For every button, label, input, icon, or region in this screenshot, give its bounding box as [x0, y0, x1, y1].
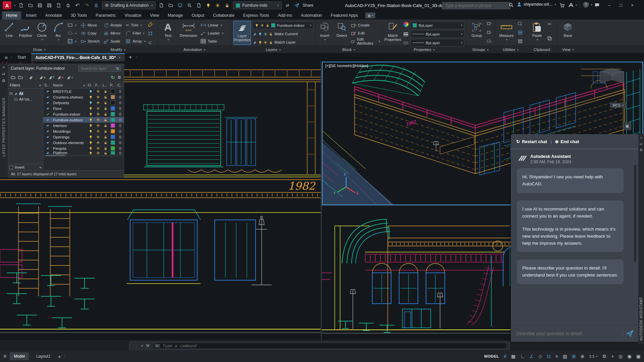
layer-swap-icon[interactable]: ⇄	[284, 2, 291, 9]
layer-search-input[interactable]	[80, 66, 116, 71]
new-file-icon[interactable]	[17, 2, 25, 9]
tab-automation[interactable]: Automation	[297, 11, 326, 19]
share-label[interactable]: Share	[303, 3, 313, 8]
set-current-layer-icon[interactable]: ✓	[66, 75, 74, 80]
lineweight-dropdown[interactable]: ByLayer▾	[411, 30, 464, 38]
minimize-button[interactable]: –	[604, 1, 615, 9]
paste-special-icon[interactable]	[518, 31, 523, 35]
trim-button[interactable]: ✂Trim▾	[126, 21, 146, 29]
layer-row-platform[interactable]: Platform	[43, 151, 124, 155]
lineweight-icon[interactable]	[403, 32, 409, 36]
command-input[interactable]	[162, 343, 504, 349]
layer-row-pergola[interactable]: Pergola	[43, 145, 124, 151]
layer-states-icon[interactable]	[29, 75, 33, 80]
fillet-button[interactable]: Fillet▾	[126, 29, 146, 37]
edit-block-button[interactable]: Edit	[351, 29, 380, 37]
help-menu[interactable]: ? ▾	[583, 2, 592, 8]
cut-icon[interactable]: ✂	[548, 22, 551, 26]
lineweight-display-icon[interactable]: ≡	[555, 354, 558, 359]
dynamic-input-icon[interactable]: ⊕	[581, 354, 585, 359]
linear-button[interactable]: Linear▾	[201, 21, 229, 29]
filter-tree-all-used[interactable]: All Us...	[8, 97, 43, 102]
tab-parametric[interactable]: Parametric	[92, 11, 120, 19]
invert-filter[interactable]: Invert «	[8, 164, 43, 170]
layer-row-floor[interactable]: Floor	[43, 106, 124, 111]
tab-output[interactable]: Output	[187, 11, 208, 19]
layer-row-counters-shelves[interactable]: Counters-shelves	[43, 94, 124, 100]
ungroup-icon[interactable]	[487, 22, 492, 26]
create-block-button[interactable]: Create	[351, 21, 380, 29]
layer-grid-header[interactable]: S.. Name▲ O. F.. L.. P.. C..	[43, 82, 124, 88]
panel-label-clipboard[interactable]: Clipboard	[527, 46, 557, 53]
erase-icon[interactable]	[148, 22, 153, 27]
workspace-gear-icon[interactable]: ⚙	[602, 354, 607, 359]
panel-label-utilities[interactable]: Utilities▾	[495, 46, 527, 53]
sheet-icon[interactable]	[158, 2, 165, 9]
annotation-monitor-icon[interactable]: +	[611, 354, 614, 359]
share-icon[interactable]	[293, 2, 301, 9]
palette-close-icon[interactable]: ×	[2, 65, 5, 70]
close-tab-icon[interactable]: ×	[118, 55, 121, 60]
tab-home[interactable]: Home	[2, 11, 21, 19]
chat-scrollbar[interactable]	[634, 165, 636, 262]
dimension-button[interactable]: Dimension	[178, 21, 199, 38]
new-property-filter-icon[interactable]	[11, 75, 15, 80]
logo-caret-icon[interactable]: ▾	[14, 4, 15, 7]
search-input[interactable]	[444, 3, 508, 8]
layer-row-interiors[interactable]: Interiors	[43, 123, 124, 128]
save-icon[interactable]	[36, 2, 44, 9]
new-layout-button[interactable]: +	[58, 354, 61, 359]
layer-row-brdtitle[interactable]: BRDTITLE	[43, 88, 124, 94]
autodesk-menu[interactable]: ▾	[568, 2, 577, 8]
delete-layer-icon[interactable]: ×	[57, 75, 64, 80]
layer-dropdown[interactable]: Furniture-indoor ▾	[253, 21, 313, 29]
maximize-button[interactable]: □	[615, 1, 627, 9]
stretch-button[interactable]: Stretch	[81, 38, 100, 45]
new-tab-button[interactable]: +	[126, 54, 135, 61]
offset-icon[interactable]: ⊂	[148, 40, 152, 45]
arc-button[interactable]: Arc▾	[51, 21, 65, 41]
wcs-dropdown[interactable]: WCS▾	[610, 103, 627, 108]
snap-mode-icon[interactable]: ▦	[511, 354, 516, 359]
statusbar-menu-icon[interactable]: ≡	[3, 353, 6, 359]
undo-icon[interactable]: ↶	[74, 2, 81, 9]
line-button[interactable]: Line	[2, 21, 16, 38]
tab-document[interactable]: AutoCAD-FY25_Fire-...-Book-Cafe_01_3D* ×	[31, 53, 124, 61]
new-layer-icon[interactable]: +	[39, 75, 46, 80]
group-edit-icon[interactable]	[487, 31, 492, 35]
array-button[interactable]: Array▾	[126, 38, 146, 45]
linetype-dropdown[interactable]: ByLayer▾	[411, 39, 464, 47]
layer-row-outdoor-elements[interactable]: Outdoor-elements	[43, 140, 124, 145]
navbar-button[interactable]: ▣	[623, 122, 631, 130]
quick-select-icon[interactable]	[518, 22, 523, 26]
flyout-arrow-icon[interactable]: ▸	[436, 3, 438, 7]
visor-icon[interactable]	[167, 2, 174, 9]
tab-3d-tools[interactable]: 3D Tools	[67, 11, 91, 19]
tab-visualize[interactable]: Visualize	[121, 11, 146, 19]
palette-autohide-icon[interactable]: ▸‖	[2, 72, 5, 76]
text-button[interactable]: A Text▾	[160, 21, 176, 41]
close-button[interactable]: ×	[627, 1, 638, 9]
send-icon[interactable]	[626, 330, 634, 337]
annotation-scale-button[interactable]: 1:1▾	[589, 354, 598, 358]
edit-attributes-button[interactable]: Edit Attributes▾	[351, 38, 380, 45]
command-close-icon[interactable]: ×	[141, 344, 143, 348]
panel-label-properties[interactable]: Properties▾	[382, 46, 466, 53]
polar-tracking-icon[interactable]: ∠	[530, 354, 534, 359]
layer-row-defpoints[interactable]: Defpoints	[43, 100, 124, 106]
group-select-icon[interactable]	[487, 39, 492, 43]
search-icon[interactable]	[508, 2, 514, 8]
new-group-filter-icon[interactable]	[18, 75, 23, 80]
copy-button[interactable]: Copy	[81, 29, 100, 37]
chat-messages[interactable]: Autodesk Assistant 2:30 AM, Feb 16, 2024…	[511, 149, 638, 325]
match-layer-button[interactable]: Match Layer	[253, 39, 313, 46]
collapse-icon[interactable]: «	[40, 165, 42, 169]
table-button[interactable]: Table	[201, 38, 229, 45]
match-properties-button[interactable]: Match Properties	[384, 21, 401, 42]
tab-annotate[interactable]: Annotate	[41, 11, 66, 19]
measure-button[interactable]: Measure▾	[497, 21, 516, 41]
help-search[interactable]	[442, 2, 511, 9]
tab-insert[interactable]: Insert	[22, 11, 40, 19]
mirror-button[interactable]: Mirror	[104, 29, 122, 37]
panel-label-draw[interactable]: Draw▾	[0, 46, 79, 53]
